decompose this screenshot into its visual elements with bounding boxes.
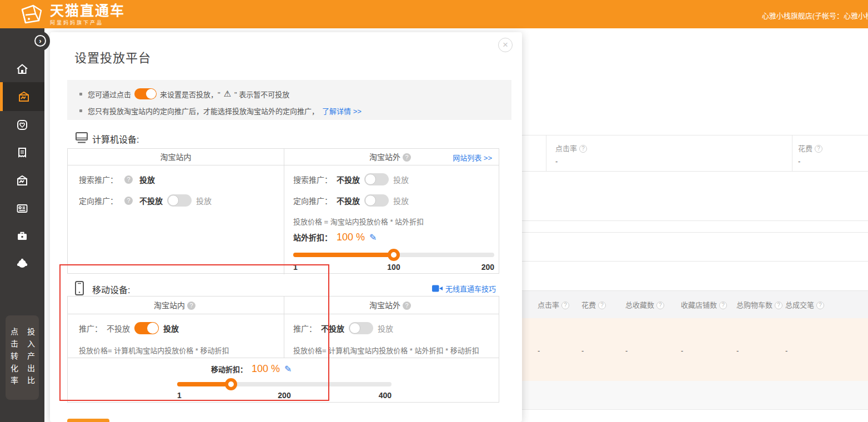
discount-label: 移动折扣： [211, 364, 247, 374]
mobile-in-price-formula: 投放价格= 计算机淘宝站内投放价格 * 移动折扣 [79, 345, 229, 355]
help-icon[interactable]: ? [187, 302, 195, 310]
sidebar-item-favorites[interactable] [0, 114, 44, 136]
mobile-discount-slider[interactable] [177, 382, 392, 386]
sidebar-metrics-box[interactable]: 点击转化率 投入产出比 [6, 315, 39, 400]
sidebar-item-account-card[interactable] [0, 197, 44, 219]
col-header-cost: 花费? [581, 299, 606, 310]
website-list-link[interactable]: 网站列表 >> [453, 152, 492, 163]
train-logo-icon [17, 3, 46, 26]
status-on-label: 投放 [196, 195, 212, 206]
slider-max-label: 400 [367, 391, 392, 400]
help-icon[interactable]: ? [403, 302, 411, 310]
app-root: 点击率? - 花费? - 点击率? 花费? 总收藏数? 收藏店铺数? 总购物车数… [0, 0, 868, 422]
heart-badge-icon [16, 118, 29, 132]
sidebar-item-campaign-active[interactable] [0, 82, 44, 111]
header-taobao-inside: 淘宝站内 [68, 149, 284, 165]
notice-line-2: 您只有投放淘宝站内的定向推广后，才能选择投放淘宝站外的定向推广， 了解详情 >> [79, 104, 362, 117]
divider [519, 135, 868, 135]
status-off: 不投放 [321, 323, 344, 334]
row-label: 搜索推广： [79, 174, 118, 185]
mobile-table-header: 淘宝站内? 淘宝站外? [68, 297, 499, 314]
help-icon[interactable]: ? [816, 302, 824, 309]
help-icon[interactable]: ? [815, 145, 822, 153]
status-on: 投放 [163, 323, 179, 334]
set-platform-modal: × 设置投放平台 您可通过点击 来设置是否投放，" ⚠ " 表示暂不可投放 您只… [50, 32, 522, 422]
col-header-carts: 总购物车数? [736, 299, 782, 310]
divider [792, 135, 792, 171]
mobile-in-promo-toggle[interactable] [134, 322, 159, 334]
slider-min-label: 1 [177, 391, 182, 400]
notice-line-1: 您可通过点击 来设置是否投放，" ⚠ " 表示暂不可投放 [79, 87, 289, 101]
receipt-icon [16, 146, 29, 159]
help-icon[interactable]: ? [579, 145, 587, 153]
picture-frame-icon [16, 174, 29, 187]
slider-fill [293, 253, 394, 257]
mobile-out-promo-toggle[interactable] [349, 322, 373, 334]
sidebar: › 点击转化率 投入产出比 [0, 28, 44, 422]
edit-icon[interactable]: ✎ [284, 364, 292, 374]
header-taobao-inside: 淘宝站内? [68, 297, 284, 314]
slider-mid-label: 100 [377, 263, 410, 272]
close-icon[interactable]: × [498, 38, 513, 52]
sidebar-item-creatives[interactable] [0, 169, 44, 192]
mobile-out-promo-row: 推广： 不投放 投放 [293, 321, 393, 335]
sidebar-item-tools[interactable] [0, 225, 44, 247]
table-row-empty [519, 381, 868, 410]
pc-in-targeted-toggle[interactable] [167, 194, 192, 207]
mobile-section-title: 移动设备: [92, 283, 130, 296]
pc-out-price-formula: 投放价格 = 淘宝站内投放价格 * 站外折扣 [293, 216, 424, 227]
home-icon [16, 62, 29, 76]
mobile-table: 淘宝站内? 淘宝站外? 推广： 不投放 投放 投放价格= 计算机淘宝站内投放价格… [67, 296, 499, 403]
row-label: 定向推广： [79, 195, 118, 206]
toggle-knob [147, 323, 158, 334]
slider-max-label: 200 [472, 263, 494, 272]
notice-text: 您只有投放淘宝站内的定向推广后，才能选择投放淘宝站外的定向推广， [88, 105, 319, 116]
mobile-in-promo-row: 推广： 不投放 投放 [79, 321, 179, 335]
confirm-button[interactable] [67, 419, 109, 422]
help-icon[interactable]: ? [561, 302, 569, 309]
sidebar-item-community[interactable] [0, 253, 44, 275]
status-on: 投放 [139, 174, 155, 185]
help-icon[interactable]: ? [403, 153, 411, 162]
cell-value: - [581, 346, 584, 355]
picture-frame-icon [17, 90, 31, 103]
account-name[interactable]: 心雅小栈旗舰店(子帐号：心雅小栈 [762, 10, 868, 21]
metric-cell-cost-value: - [798, 157, 800, 165]
sidebar-item-home[interactable] [0, 58, 44, 80]
pc-in-targeted-row: 定向推广：?不投放 投放 [79, 194, 212, 207]
video-camera-icon [432, 285, 443, 292]
chevron-right-icon: › [34, 35, 46, 47]
help-icon[interactable]: ? [656, 302, 664, 309]
help-icon[interactable]: ? [775, 302, 782, 309]
computer-icon [74, 131, 89, 144]
col-header-favorites: 总收藏数? [625, 299, 664, 310]
help-icon[interactable]: ? [124, 175, 133, 184]
logo[interactable]: 天猫直通车 阿里妈妈旗下产品 [17, 3, 125, 26]
divider [519, 220, 868, 221]
computer-table-header: 淘宝站内 淘宝站外? 网站列表 >> [68, 149, 499, 165]
slider-handle[interactable] [225, 378, 237, 390]
toggle-knob [365, 195, 376, 206]
learn-more-link[interactable]: 了解详情 >> [322, 105, 362, 116]
status-off-label: 不投放 [107, 323, 130, 334]
col-header-shop-favorites: 收藏店铺数? [681, 299, 727, 310]
status-on-label: 投放 [393, 174, 409, 185]
help-icon[interactable]: ? [719, 302, 727, 309]
pc-in-search-row: 搜索推广：?投放 [79, 173, 155, 186]
pc-out-search-row: 搜索推广：不投放 投放 [293, 173, 409, 186]
warning-icon: ⚠ [224, 89, 231, 99]
status-off: 不投放 [139, 195, 163, 206]
help-icon[interactable]: ? [598, 302, 606, 309]
metric-cell-ctr: 点击率? [555, 143, 587, 153]
help-icon[interactable]: ? [124, 197, 133, 205]
sidebar-item-reports[interactable] [0, 142, 44, 164]
pc-out-targeted-toggle[interactable] [364, 194, 389, 207]
cell-value: - [625, 346, 628, 355]
briefcase-icon [16, 229, 29, 243]
pc-out-search-toggle[interactable] [364, 173, 389, 185]
status-off: 不投放 [337, 174, 360, 185]
wireless-tips-link[interactable]: 无线直通车技巧 [432, 283, 496, 294]
edit-icon[interactable]: ✎ [369, 232, 377, 243]
slider-handle[interactable] [388, 249, 400, 261]
pc-out-discount-slider[interactable] [293, 253, 494, 257]
